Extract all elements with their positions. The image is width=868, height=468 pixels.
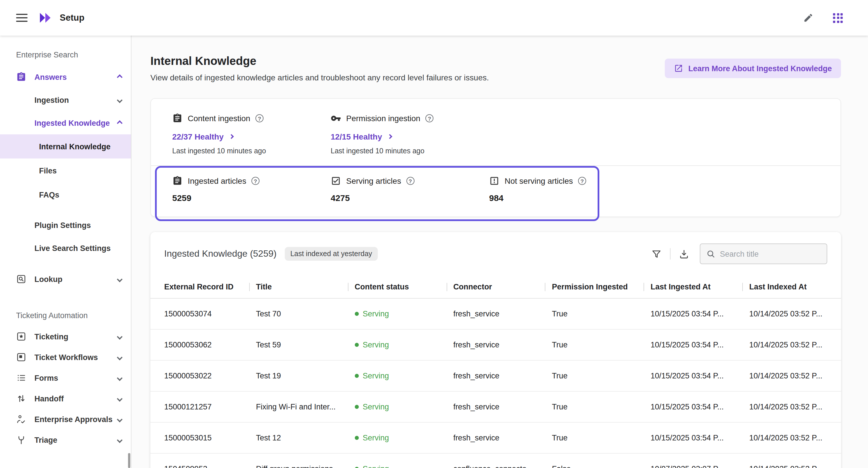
sidebar-item-faqs[interactable]: FAQs	[0, 183, 131, 207]
cell-connector: fresh_service	[446, 310, 545, 318]
cell-last-indexed-at: 10/14/2025 03:52 P...	[742, 465, 841, 468]
controls-divider	[670, 248, 671, 259]
health-text: 12/15 Healthy	[331, 132, 382, 141]
cell-title: Test 70	[249, 310, 348, 318]
content-ingestion-health-link[interactable]: 22/37 Healthy	[172, 131, 331, 141]
page-heading-block: Internal Knowledge View details of inges…	[150, 54, 489, 82]
help-icon[interactable]	[578, 177, 586, 185]
download-icon[interactable]	[679, 248, 689, 259]
chevron-down-icon	[117, 396, 123, 401]
sidebar-item-internal-knowledge[interactable]: Internal Knowledge	[0, 134, 131, 158]
ingested-articles-stat: Ingested articles 5259	[172, 175, 331, 203]
sidebar-item-label: Ticket Workflows	[34, 353, 98, 362]
cell-last-indexed-at: 10/14/2025 03:52 P...	[742, 434, 841, 442]
article-icon	[172, 176, 183, 186]
key-icon	[331, 113, 341, 123]
status-text: Serving	[363, 310, 389, 318]
learn-more-button[interactable]: Learn More About Ingested Knowledge	[665, 59, 841, 78]
cell-last-ingested-at: 10/15/2025 03:54 P...	[644, 341, 743, 349]
status-text: Serving	[363, 434, 389, 442]
edit-icon[interactable]	[803, 12, 813, 23]
sidebar-item-label: Enterprise Approvals	[34, 415, 113, 424]
help-icon[interactable]	[251, 177, 259, 185]
cell-permission-ingested: True	[545, 403, 644, 411]
cell-last-indexed-at: 10/14/2025 03:52 P...	[742, 372, 841, 380]
table-row[interactable]: 15000053062 Test 59 Serving fresh_servic…	[150, 330, 841, 361]
stat-label: Not serving articles	[505, 176, 573, 185]
sidebar-item-label: Live Search Settings	[34, 244, 111, 252]
sidebar-scrollbar-thumb[interactable]	[128, 453, 130, 468]
sidebar-item-ticket-workflows[interactable]: Ticket Workflows	[0, 347, 131, 368]
chevron-down-icon	[117, 334, 123, 339]
status-text: Serving	[363, 403, 389, 411]
table-row[interactable]: 15000053015 Test 12 Serving fresh_servic…	[150, 423, 841, 454]
sidebar-item-triage[interactable]: Triage	[0, 430, 131, 450]
table-row[interactable]: 1504509953 Diff group permissions Servin…	[150, 454, 841, 468]
cell-last-ingested-at: 10/15/2025 03:54 P...	[644, 310, 743, 318]
help-icon[interactable]	[425, 114, 433, 122]
page-header: Internal Knowledge View details of inges…	[150, 54, 841, 82]
status-dot	[354, 436, 359, 440]
chevron-up-icon	[117, 120, 123, 126]
cell-permission-ingested: True	[545, 341, 644, 349]
cell-external-record-id: 1504509953	[150, 465, 249, 468]
sidebar-item-live-search-settings[interactable]: Live Search Settings	[0, 237, 131, 259]
cell-title: Test 59	[249, 341, 348, 349]
cell-permission-ingested: True	[545, 434, 644, 442]
column-header: Title	[249, 283, 348, 291]
ingested-articles-value: 5259	[172, 193, 331, 203]
serving-articles-value: 4275	[331, 193, 489, 203]
sidebar-item-handoff[interactable]: Handoff	[0, 388, 131, 409]
sidebar-item-lookup[interactable]: Lookup	[0, 268, 131, 290]
sidebar-item-ingested-knowledge[interactable]: Ingested Knowledge	[0, 112, 131, 134]
sidebar-item-forms[interactable]: Forms	[0, 368, 131, 388]
chevron-up-icon	[117, 74, 123, 80]
table-title: Ingested Knowledge (5259)	[164, 249, 276, 259]
chevron-down-icon	[117, 276, 123, 282]
stat-label: Content ingestion	[188, 114, 250, 123]
column-header: Last Indexed At	[742, 283, 841, 291]
chevron-right-icon	[387, 134, 392, 139]
search-input[interactable]	[720, 250, 821, 258]
sidebar-item-ingestion[interactable]: Ingestion	[0, 88, 131, 112]
sidebar-item-ticketing[interactable]: Ticketing	[0, 326, 131, 347]
cell-external-record-id: 15000121257	[150, 403, 249, 411]
stat-label: Ingested articles	[188, 176, 246, 185]
cell-last-ingested-at: 10/15/2025 03:54 P...	[644, 372, 743, 380]
cell-permission-ingested: True	[545, 310, 644, 318]
sidebar-item-label: Forms	[34, 374, 58, 382]
table-row[interactable]: 15000121257 Fixing Wi-Fi and Inter... Se…	[150, 392, 841, 423]
cell-title: Test 12	[249, 434, 348, 442]
ticket-star-icon	[16, 331, 26, 342]
sidebar-section-enterprise-search: Enterprise Search	[0, 44, 131, 65]
sidebar-item-plugin-settings[interactable]: Plugin Settings	[0, 214, 131, 237]
apps-grid-icon[interactable]	[833, 13, 843, 23]
sidebar-item-label: FAQs	[39, 190, 59, 199]
table-row[interactable]: 15000053022 Test 19 Serving fresh_servic…	[150, 361, 841, 392]
check-square-icon	[331, 176, 341, 186]
status-dot	[354, 374, 359, 378]
filter-icon[interactable]	[651, 248, 662, 259]
list-icon	[16, 373, 26, 383]
main-content: Internal Knowledge View details of inges…	[131, 36, 868, 468]
cell-content-status: Serving	[348, 341, 446, 349]
sidebar-item-label: Ticketing	[34, 332, 68, 341]
app-logo[interactable]	[39, 12, 53, 24]
last-ingested-text: Last ingested 10 minutes ago	[172, 147, 331, 156]
menu-icon[interactable]	[16, 13, 28, 22]
sidebar-item-label: Lookup	[34, 275, 63, 283]
sidebar-item-enterprise-approvals[interactable]: Enterprise Approvals	[0, 409, 131, 430]
learn-more-label: Learn More About Ingested Knowledge	[688, 64, 832, 73]
sidebar-section-ticketing-automation: Ticketing Automation	[0, 304, 131, 326]
permission-ingestion-health-link[interactable]: 12/15 Healthy	[331, 131, 489, 141]
table-row[interactable]: 15000053074 Test 70 Serving fresh_servic…	[150, 299, 841, 330]
page-title: Internal Knowledge	[150, 54, 489, 68]
sidebar-item-files[interactable]: Files	[0, 158, 131, 183]
help-icon[interactable]	[406, 177, 414, 185]
help-icon[interactable]	[255, 114, 264, 122]
sidebar-item-label: Handoff	[34, 394, 64, 403]
table-column-headers: External Record ID Title Content status …	[150, 276, 841, 299]
cell-last-indexed-at: 10/14/2025 03:52 P...	[742, 310, 841, 318]
sidebar-item-answers[interactable]: Answers	[0, 65, 131, 88]
external-link-icon	[674, 64, 683, 73]
